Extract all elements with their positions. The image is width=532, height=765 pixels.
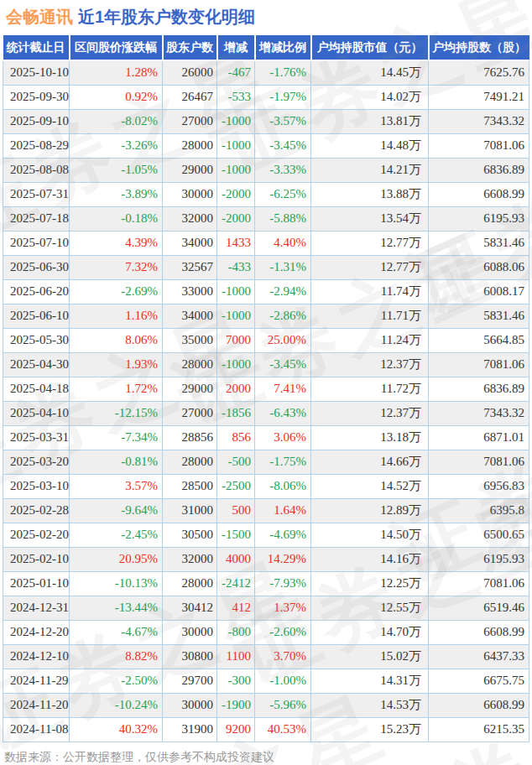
cell-price-change-pct: 8.06%: [70, 328, 163, 352]
cell-avg-value: 12.77万: [311, 255, 429, 279]
cell-avg-value: 12.55万: [311, 596, 429, 620]
cell-delta: -1000: [217, 352, 255, 377]
table-row: 2025-03-10 3.57% 28500 -2500 -8.06% 14.5…: [3, 474, 529, 498]
cell-avg-shares: 6675.75: [429, 669, 529, 693]
cell-holder-count: 28000: [163, 450, 217, 474]
cell-delta-pct: -5.96%: [255, 693, 311, 717]
cell-avg-value: 11.24万: [311, 328, 429, 352]
cell-delta: -433: [217, 255, 255, 279]
cell-delta: -1900: [217, 693, 255, 717]
cell-date: 2025-08-29: [3, 133, 70, 158]
cell-holder-count: 29700: [163, 669, 217, 693]
table-row: 2025-01-10 -10.13% 28000 -2412 -7.93% 12…: [3, 571, 529, 596]
cell-price-change-pct: -7.34%: [70, 425, 163, 450]
cell-delta: -2000: [217, 182, 255, 206]
cell-avg-shares: 7491.21: [429, 85, 529, 109]
cell-delta-pct: 40.53%: [255, 717, 311, 742]
cell-price-change-pct: 1.28%: [70, 60, 163, 85]
cell-delta: -1500: [217, 523, 255, 547]
cell-delta-pct: 14.29%: [255, 547, 311, 571]
table-row: 2024-12-20 -4.67% 30000 -800 -2.60% 14.7…: [3, 620, 529, 644]
cell-delta: -2000: [217, 206, 255, 231]
cell-price-change-pct: -2.45%: [70, 523, 163, 547]
cell-holder-count: 31000: [163, 498, 217, 523]
cell-avg-shares: 7625.76: [429, 60, 529, 85]
cell-delta-pct: -1.75%: [255, 450, 311, 474]
cell-delta-pct: -1.97%: [255, 85, 311, 109]
header-cell-0: 统计截止日: [3, 35, 70, 60]
cell-holder-count: 26467: [163, 85, 217, 109]
cell-delta: -2500: [217, 474, 255, 498]
cell-avg-shares: 7343.32: [429, 401, 529, 425]
cell-date: 2025-02-20: [3, 523, 70, 547]
cell-delta-pct: -3.57%: [255, 109, 311, 133]
cell-avg-shares: 6956.83: [429, 474, 529, 498]
cell-price-change-pct: 1.16%: [70, 304, 163, 328]
cell-delta-pct: 1.37%: [255, 596, 311, 620]
table-row: 2024-12-31 -13.44% 30412 412 1.37% 12.55…: [3, 596, 529, 620]
cell-avg-shares: 7343.32: [429, 109, 529, 133]
cell-avg-value: 14.52万: [311, 474, 429, 498]
cell-holder-count: 30000: [163, 693, 217, 717]
cell-delta: -1856: [217, 401, 255, 425]
table-row: 2025-05-30 8.06% 35000 7000 25.00% 11.24…: [3, 328, 529, 352]
cell-delta: -800: [217, 620, 255, 644]
cell-avg-shares: 6608.99: [429, 693, 529, 717]
cell-avg-value: 12.89万: [311, 498, 429, 523]
cell-holder-count: 28000: [163, 571, 217, 596]
cell-price-change-pct: 0.92%: [70, 85, 163, 109]
header-cell-5: 户均持股市值（元）: [311, 35, 429, 60]
cell-price-change-pct: -9.64%: [70, 498, 163, 523]
cell-date: 2025-09-30: [3, 85, 70, 109]
cell-price-change-pct: -10.24%: [70, 693, 163, 717]
table-row: 2025-07-31 -3.89% 30000 -2000 -6.25% 13.…: [3, 182, 529, 206]
cell-holder-count: 27000: [163, 109, 217, 133]
cell-price-change-pct: -12.15%: [70, 401, 163, 425]
cell-date: 2025-08-08: [3, 158, 70, 182]
cell-date: 2025-01-10: [3, 571, 70, 596]
cell-avg-value: 12.77万: [311, 231, 429, 255]
cell-price-change-pct: -3.26%: [70, 133, 163, 158]
cell-avg-shares: 6437.33: [429, 644, 529, 669]
cell-avg-value: 11.74万: [311, 279, 429, 304]
cell-avg-shares: 6608.99: [429, 620, 529, 644]
table-row: 2025-10-10 1.28% 26000 -467 -1.76% 14.45…: [3, 60, 529, 85]
cell-avg-value: 14.21万: [311, 158, 429, 182]
table-row: 2025-02-10 20.95% 32000 4000 14.29% 14.1…: [3, 547, 529, 571]
cell-delta-pct: -6.25%: [255, 182, 311, 206]
cell-delta: -500: [217, 450, 255, 474]
cell-avg-shares: 5831.46: [429, 231, 529, 255]
table-row: 2025-03-31 -7.34% 28856 856 3.06% 13.18万…: [3, 425, 529, 450]
table-row: 2025-07-18 -0.18% 32000 -2000 -5.88% 13.…: [3, 206, 529, 231]
cell-delta-pct: -2.94%: [255, 279, 311, 304]
header-cell-3: 增减: [217, 35, 255, 60]
cell-delta-pct: -2.60%: [255, 620, 311, 644]
cell-delta: -533: [217, 85, 255, 109]
footer-note: 数据来源：公开数据整理，仅供参考不构成投资建议: [4, 750, 532, 765]
cell-avg-value: 13.81万: [311, 109, 429, 133]
page-title: 会畅通讯近1年股东户数变化明细: [6, 5, 532, 29]
cell-holder-count: 28000: [163, 352, 217, 377]
cell-delta-pct: -7.93%: [255, 571, 311, 596]
cell-avg-shares: 5831.46: [429, 304, 529, 328]
cell-avg-shares: 6195.93: [429, 206, 529, 231]
cell-holder-count: 30000: [163, 182, 217, 206]
cell-avg-shares: 6836.89: [429, 158, 529, 182]
cell-delta: 1433: [217, 231, 255, 255]
cell-avg-value: 12.25万: [311, 571, 429, 596]
cell-holder-count: 26000: [163, 60, 217, 85]
cell-avg-value: 14.66万: [311, 450, 429, 474]
cell-holder-count: 32000: [163, 547, 217, 571]
cell-price-change-pct: 8.82%: [70, 644, 163, 669]
cell-date: 2025-03-31: [3, 425, 70, 450]
cell-delta: -1000: [217, 304, 255, 328]
cell-holder-count: 30500: [163, 523, 217, 547]
cell-date: 2024-11-29: [3, 669, 70, 693]
cell-price-change-pct: 20.95%: [70, 547, 163, 571]
cell-avg-shares: 6088.06: [429, 255, 529, 279]
cell-date: 2025-07-10: [3, 231, 70, 255]
cell-delta-pct: -3.45%: [255, 133, 311, 158]
cell-delta-pct: -1.76%: [255, 60, 311, 85]
cell-avg-value: 13.54万: [311, 206, 429, 231]
cell-avg-shares: 6195.93: [429, 547, 529, 571]
